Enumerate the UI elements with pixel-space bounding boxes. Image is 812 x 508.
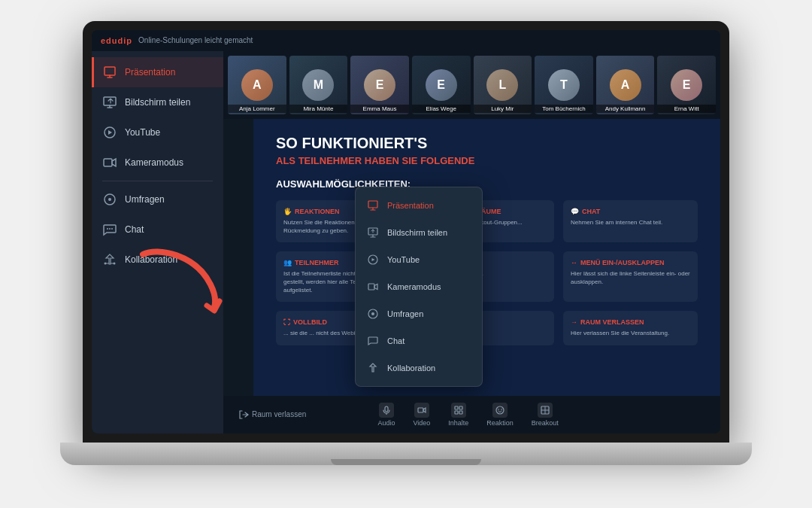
video-name-1: Anja Lommer	[228, 105, 286, 113]
svg-point-29	[498, 409, 499, 410]
video-name-2: Mira Münte	[289, 105, 348, 113]
slide-grid: 🖐 REAKTIONEN Nutzen Sie die Reaktionen, …	[276, 200, 698, 345]
slide-card-raum: → RAUM VERLASSEN Hier verlassen Sie die …	[563, 311, 698, 345]
inhalte-label: Inhalte	[448, 419, 468, 427]
svg-point-30	[501, 409, 502, 410]
sidebar-item-youtube[interactable]: YouTube	[92, 117, 223, 148]
sidebar-praesentation-label: Präsentation	[125, 67, 175, 78]
kollaboration-icon	[102, 252, 117, 267]
video-thumb-3: E Emma Maus	[350, 56, 409, 114]
sidebar-item-praesentation[interactable]: Präsentation	[92, 57, 223, 87]
raum-verlassen-label: Raum verlassen	[252, 410, 306, 418]
dropdown-item-youtube[interactable]: YouTube	[356, 246, 482, 273]
chat-icon	[102, 222, 117, 237]
dropdown-bildschirm-label: Bildschirm teilen	[387, 228, 447, 237]
svg-point-7	[109, 228, 111, 230]
dropdown-youtube-icon	[366, 253, 380, 266]
sidebar-item-umfragen[interactable]: Umfragen	[92, 184, 223, 214]
video-name-4: Elias Wege	[412, 105, 471, 113]
svg-rect-19	[368, 284, 374, 290]
breakout-icon	[538, 403, 553, 418]
toolbar-video[interactable]: Video	[413, 403, 430, 427]
sidebar-youtube-label: YouTube	[125, 127, 160, 138]
youtube-icon	[102, 125, 117, 140]
bildschirm-icon	[102, 95, 117, 110]
audio-icon	[379, 403, 394, 418]
toolbar-audio[interactable]: Audio	[377, 403, 395, 427]
video-name-7: Andy Kullmann	[596, 105, 655, 113]
dropdown-item-chat[interactable]: Chat	[356, 327, 482, 354]
svg-point-8	[111, 228, 113, 230]
dropdown-bildschirm-icon	[366, 226, 380, 239]
dropdown-item-kamera[interactable]: Kameramodus	[356, 273, 482, 300]
menu-icon: ↔	[571, 259, 577, 266]
audio-label: Audio	[377, 419, 395, 427]
app-subtitle: Online-Schulungen leicht gemacht	[138, 36, 253, 44]
dropdown-praesentation-label: Präsentation	[387, 201, 434, 210]
dropdown-item-bildschirm[interactable]: Bildschirm teilen	[356, 219, 482, 246]
menu-title: ↔ MENÜ EIN-/AUSKLAPPEN	[571, 259, 690, 266]
svg-rect-1	[104, 97, 116, 105]
slide-title: SO FUNKTIONIERT'S	[276, 134, 698, 152]
slide-card-chat: 💬 CHAT Nehmen Sie am internen Chat teil.	[563, 200, 698, 242]
slide-subtitle2: AUSWAHLMÖGLICHKEITEN:	[276, 178, 698, 190]
toolbar-reaktion[interactable]: Reaktion	[486, 403, 514, 427]
dropdown-kollaboration-icon	[366, 361, 380, 375]
sidebar-item-bildschirm[interactable]: Bildschirm teilen	[92, 87, 223, 117]
breakout-label: Breakout	[532, 419, 559, 427]
dropdown-umfragen-icon	[366, 307, 380, 321]
raum-text: Hier verlassen Sie die Veranstaltung.	[571, 329, 690, 337]
dropdown-item-praesentation[interactable]: Präsentation	[356, 192, 482, 219]
svg-rect-25	[459, 406, 462, 409]
laptop-base	[60, 443, 752, 465]
subtitle-highlight: TEILNEHMER	[298, 155, 362, 166]
dropdown-chat-icon	[366, 334, 380, 348]
svg-point-5	[108, 198, 111, 201]
toolbar-inhalte[interactable]: Inhalte	[448, 403, 468, 427]
slide-content: SO FUNKTIONIERT'S ALS TEILNEHMER HABEN S…	[253, 119, 720, 360]
chat-title: 💬 CHAT	[571, 208, 690, 215]
dropdown-item-kollaboration[interactable]: Kollaboration	[356, 354, 482, 382]
praesentation-icon	[102, 65, 117, 80]
reaktion-icon	[492, 403, 508, 418]
subtitle-prefix: ALS	[276, 155, 298, 166]
sidebar-bildschirm-label: Bildschirm teilen	[125, 97, 190, 108]
reaktionen-icon: 🖐	[283, 208, 292, 215]
svg-point-28	[496, 406, 504, 414]
chat-card-icon: 💬	[571, 208, 579, 215]
dropdown-menu: Präsentation Bildsc	[355, 187, 483, 387]
video-thumb-4: E Elias Wege	[412, 56, 471, 114]
slide-card-menu: ↔ MENÜ EIN-/AUSKLAPPEN Hier lässt sich d…	[563, 251, 698, 303]
umfragen-icon	[102, 192, 117, 207]
top-bar: edudip Online-Schulungen leicht gemacht	[92, 30, 720, 51]
raum-icon: →	[571, 318, 577, 326]
inhalte-icon	[451, 403, 466, 418]
svg-rect-26	[455, 411, 458, 414]
bottom-toolbar: Raum verlassen	[223, 396, 720, 433]
video-strip: A Anja Lommer M Mira Münte	[223, 51, 720, 119]
video-thumb-7: A Andy Kullmann	[596, 56, 655, 114]
screen: edudip Online-Schulungen leicht gemacht	[92, 30, 720, 433]
menu-text: Hier lässt sich die linke Seitenleiste e…	[571, 269, 690, 286]
dropdown-item-umfragen[interactable]: Umfragen	[356, 300, 482, 327]
sidebar-umfragen-label: Umfragen	[125, 194, 165, 205]
svg-point-6	[107, 228, 108, 230]
sidebar-divider-1	[102, 181, 213, 181]
video-name-6: Tom Büchernich	[535, 105, 593, 113]
svg-rect-16	[368, 201, 377, 208]
toolbar-breakout[interactable]: Breakout	[532, 403, 559, 427]
app-logo: edudip	[101, 36, 132, 45]
exit-icon	[238, 409, 249, 420]
svg-point-9	[105, 262, 107, 264]
video-thumb-2: M Mira Münte	[289, 56, 348, 114]
sidebar-item-kamera[interactable]: Kameramodus	[92, 148, 223, 178]
svg-rect-27	[459, 411, 462, 414]
video-thumb-6: T Tom Büchernich	[535, 56, 593, 114]
video-name-3: Emma Maus	[350, 105, 409, 113]
raum-verlassen-button[interactable]: Raum verlassen	[238, 409, 306, 420]
svg-rect-22	[385, 406, 388, 412]
sidebar-kamera-label: Kameramodus	[125, 157, 183, 168]
video-thumb-1: A Anja Lommer	[228, 56, 286, 114]
toolbar-left: Raum verlassen	[238, 409, 306, 420]
teilnehmer-icon: 👥	[283, 259, 292, 266]
